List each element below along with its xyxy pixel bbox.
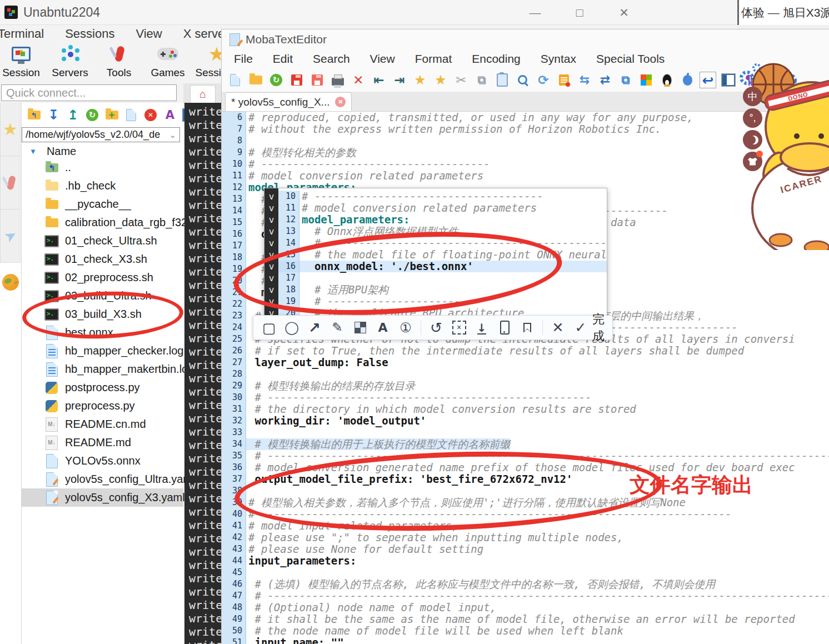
- favorite-icon[interactable]: ★: [433, 72, 448, 88]
- pen-tool-icon[interactable]: ✎: [329, 320, 345, 336]
- ime-skin-button[interactable]: [743, 152, 762, 171]
- split-view-icon[interactable]: [721, 72, 736, 88]
- pin-tool-icon[interactable]: [520, 320, 535, 336]
- menu-view[interactable]: View: [136, 27, 162, 41]
- file-row-hb_mapper_checker.log[interactable]: hb_mapper_checker.log: [22, 342, 183, 360]
- side-tab-macros-paperplane[interactable]: ➤: [0, 209, 21, 263]
- editor-menu-edit[interactable]: Edit: [273, 52, 293, 66]
- new-folder-icon[interactable]: +: [104, 107, 119, 123]
- path-dropdown[interactable]: /home/wjf/yolov5s_v2.0/04_de ⌄: [22, 127, 180, 142]
- undo-icon[interactable]: ↩: [700, 72, 716, 88]
- save-as-icon[interactable]: [309, 72, 325, 88]
- file-row-__pycache__[interactable]: __pycache__: [22, 195, 183, 213]
- phone-tool-icon[interactable]: [497, 320, 512, 336]
- convert-pages-icon[interactable]: ⧉: [618, 72, 633, 88]
- terminal-output[interactable]: writewritewritewritewritewritewritewrite…: [184, 103, 221, 644]
- new-file-icon[interactable]: [227, 72, 243, 88]
- file-row-README.md[interactable]: M↓README.md: [22, 433, 183, 452]
- quick-connect-input[interactable]: [1, 84, 177, 101]
- apple-icon[interactable]: [680, 72, 695, 88]
- ime-chinese-mode-button[interactable]: 中: [743, 87, 762, 106]
- servers-network-button[interactable]: Servers: [50, 43, 90, 79]
- favorite-add-icon[interactable]: ★: [412, 72, 428, 88]
- refresh-icon[interactable]: ↻: [268, 72, 284, 88]
- editor-menu-encoding[interactable]: Encoding: [472, 52, 521, 66]
- home-tab[interactable]: ⌂: [190, 85, 216, 103]
- convert-right-icon[interactable]: ⇄: [597, 72, 613, 88]
- menu-sessions[interactable]: Sessions: [65, 27, 114, 41]
- outdent-icon[interactable]: ⇤: [371, 72, 387, 88]
- maximize-button[interactable]: □: [572, 6, 587, 19]
- open-folder-icon[interactable]: [248, 72, 263, 88]
- arrow-tool-icon[interactable]: ↗: [307, 320, 322, 336]
- file-row-hb_mapper_makertbin.log[interactable]: hb_mapper_makertbin.log: [22, 360, 183, 378]
- file-row-yolov5s_config_Ultra.yaml[interactable]: yolov5s_config_Ultra.yaml: [22, 470, 183, 488]
- close-file-icon[interactable]: ✕: [351, 72, 366, 88]
- editor-menu-file[interactable]: File: [234, 52, 253, 66]
- tab-close-icon[interactable]: ✕: [335, 97, 346, 107]
- step-number-tool-icon[interactable]: ①: [398, 320, 413, 336]
- cut-icon[interactable]: ✂: [453, 72, 469, 88]
- print-icon[interactable]: [330, 72, 346, 88]
- ime-punctuation-button[interactable]: °,: [743, 108, 762, 128]
- editor-menu-special-tools[interactable]: Special Tools: [596, 52, 665, 66]
- highlighter-icon[interactable]: ✐: [762, 72, 777, 88]
- undo-tool-icon[interactable]: ↺: [428, 320, 444, 336]
- copy-icon[interactable]: ⧉: [474, 72, 490, 88]
- rename-text-icon[interactable]: A: [162, 107, 178, 123]
- save-tool-icon[interactable]: ↓: [474, 320, 490, 336]
- confirm-label[interactable]: 完成: [592, 311, 605, 345]
- download-file-icon[interactable]: ↧: [46, 107, 61, 123]
- file-row-postprocess.py[interactable]: postprocess.py: [22, 378, 183, 397]
- file-row-02_preprocess.sh[interactable]: >.02_preprocess.sh: [22, 268, 183, 287]
- confirm-tool-icon[interactable]: ✓: [573, 320, 588, 336]
- ellipse-tool-icon[interactable]: ◯: [284, 320, 299, 336]
- file-row-..[interactable]: ↰..: [22, 158, 183, 177]
- minimize-button[interactable]: —: [527, 6, 543, 19]
- menu-terminal[interactable]: Terminal: [0, 27, 44, 41]
- text-tool-icon[interactable]: A: [375, 320, 391, 336]
- tab-yolov5s-config[interactable]: * yolov5s_config_X... ✕: [225, 92, 352, 111]
- delete-file-icon[interactable]: ✕: [143, 107, 158, 123]
- rect-tool-icon[interactable]: ▢: [261, 320, 277, 336]
- paste-icon[interactable]: [495, 72, 510, 88]
- cancel-tool-icon[interactable]: ✕: [550, 320, 566, 336]
- ime-night-mode-button[interactable]: [743, 130, 762, 149]
- file-row-preprocess.py[interactable]: preprocess.py: [22, 397, 183, 415]
- file-list-header[interactable]: ▼ Name: [22, 144, 183, 158]
- file-row-03_build_X3.sh[interactable]: >.03_build_X3.sh: [22, 305, 183, 323]
- pilcrow-icon[interactable]: ¶: [741, 72, 757, 88]
- tools-knife-button[interactable]: Tools: [99, 43, 139, 79]
- file-row-03_build_Ultra.sh[interactable]: >.03_build_Ultra.sh: [22, 287, 183, 305]
- mosaic-tool-icon[interactable]: [352, 320, 368, 336]
- side-tab-favorites-star[interactable]: ★: [0, 103, 21, 156]
- settings-gears-icon[interactable]: [782, 72, 798, 88]
- editor-menu-view[interactable]: View: [370, 52, 395, 66]
- ocr-tool-icon[interactable]: ✕: [451, 320, 467, 336]
- file-row-README.cn.md[interactable]: M↓README.cn.md: [22, 415, 183, 433]
- file-row-YOLOv5s.onnx[interactable]: YOLOv5s.onnx: [22, 452, 183, 470]
- indent-icon[interactable]: ⇥: [392, 72, 407, 88]
- side-tab-world-globe[interactable]: [0, 263, 21, 302]
- file-row-01_check_X3.sh[interactable]: >.01_check_X3.sh: [22, 250, 183, 268]
- editor-menu-format[interactable]: Format: [415, 52, 452, 66]
- editor-menu-search[interactable]: Search: [313, 52, 350, 66]
- save-icon[interactable]: [289, 72, 304, 88]
- background-window-titlebar[interactable]: 体验 — 旭日X3派用户: [737, 0, 829, 25]
- editor-menu-syntax[interactable]: Syntax: [541, 52, 576, 66]
- file-row-best.onnx[interactable]: best.onnx: [22, 323, 183, 342]
- refresh-files-icon[interactable]: ↻: [84, 107, 100, 123]
- file-row-01_check_Ultra.sh[interactable]: >.01_check_Ultra.sh: [22, 232, 183, 250]
- close-button[interactable]: ✕: [616, 6, 632, 19]
- windows-icon[interactable]: [638, 72, 654, 88]
- session-monitor-button[interactable]: Session: [1, 43, 41, 79]
- games-gamepad-button[interactable]: Games: [148, 43, 188, 79]
- replace-icon[interactable]: ⟳: [536, 72, 551, 88]
- linux-icon[interactable]: [659, 72, 675, 88]
- file-row-.hb_check[interactable]: .hb_check: [22, 177, 183, 195]
- upload-file-icon[interactable]: ↥: [65, 107, 81, 123]
- side-tab-tools-knife[interactable]: [0, 156, 21, 209]
- file-row-yolov5s_config_X3.yaml[interactable]: yolov5s_config_X3.yaml: [22, 488, 183, 507]
- search-icon[interactable]: [515, 72, 531, 88]
- notes-icon[interactable]: [556, 72, 572, 88]
